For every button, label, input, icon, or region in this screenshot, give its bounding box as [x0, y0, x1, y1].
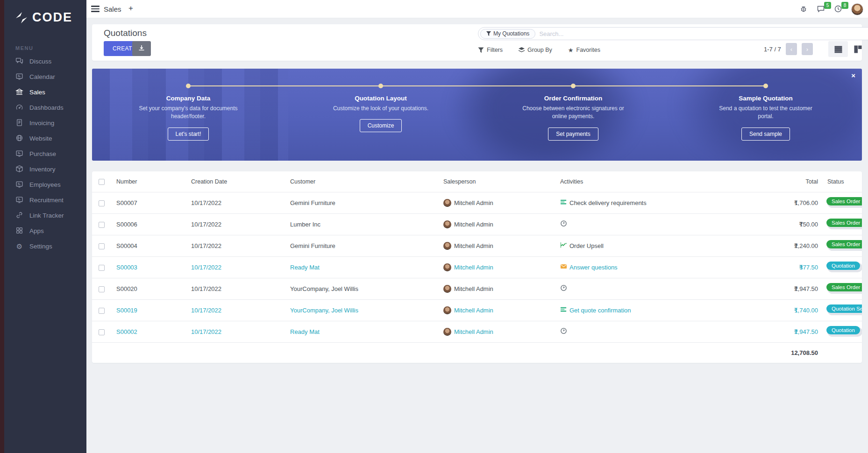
- new-tab-button[interactable]: +: [128, 4, 133, 13]
- row-checkbox[interactable]: [99, 200, 105, 206]
- current-app-title[interactable]: Sales: [104, 5, 121, 13]
- sidebar-item-inventory[interactable]: Inventory: [4, 162, 86, 177]
- pager-next-button[interactable]: ›: [802, 43, 813, 55]
- sidebar-item-calendar[interactable]: Calendar: [4, 69, 86, 85]
- cell-salesperson[interactable]: Mitchell Admin: [438, 256, 555, 278]
- menu-toggle-icon[interactable]: [91, 6, 100, 12]
- sidebar-item-link-tracker[interactable]: Link Tracker: [4, 208, 86, 223]
- select-all-checkbox[interactable]: [99, 179, 105, 185]
- column-header-number[interactable]: Number: [111, 171, 185, 192]
- cell-activities[interactable]: Get quote confirmation: [555, 299, 718, 321]
- export-download-button[interactable]: [132, 41, 151, 56]
- cell-activities[interactable]: Answer questions: [555, 256, 718, 278]
- step-action-button[interactable]: Let's start!: [168, 127, 209, 141]
- debug-bug-icon[interactable]: [799, 5, 809, 14]
- table-row[interactable]: S00002 10/17/2022 Ready Mat Mitchell Adm…: [92, 321, 862, 342]
- cell-customer[interactable]: Lumber Inc: [285, 213, 438, 235]
- column-header-activities[interactable]: Activities: [555, 171, 718, 192]
- brand-logo[interactable]: CODE: [4, 0, 86, 25]
- search-bar[interactable]: My Quotations Search... x: [478, 27, 868, 40]
- table-row[interactable]: S00020 10/17/2022 YourCompany, Joel Will…: [92, 278, 862, 299]
- cell-number[interactable]: S00020: [111, 278, 185, 299]
- column-header-status[interactable]: Status: [822, 171, 862, 192]
- groupby-button[interactable]: Group By: [519, 47, 552, 53]
- cell-salesperson[interactable]: Mitchell Admin: [438, 278, 555, 299]
- cell-customer[interactable]: YourCompany, Joel Willis: [285, 299, 438, 321]
- column-header-customer[interactable]: Customer: [285, 171, 438, 192]
- column-header-creation-date[interactable]: Creation Date: [185, 171, 285, 192]
- cell-salesperson[interactable]: Mitchell Admin: [438, 299, 555, 321]
- cell-creation-date[interactable]: 10/17/2022: [185, 235, 285, 256]
- banner-close-icon[interactable]: ×: [851, 71, 855, 79]
- row-checkbox[interactable]: [99, 222, 105, 228]
- step-action-button[interactable]: Customize: [360, 119, 402, 132]
- sidebar-item-employees[interactable]: Employees: [4, 177, 86, 192]
- cell-creation-date[interactable]: 10/17/2022: [185, 278, 285, 299]
- cell-number[interactable]: S00003: [111, 256, 185, 278]
- cell-activities[interactable]: Check delivery requirements: [555, 192, 718, 213]
- cell-total[interactable]: ₹377.50: [718, 256, 822, 278]
- cell-activities[interactable]: [555, 213, 718, 235]
- cell-creation-date[interactable]: 10/17/2022: [185, 192, 285, 213]
- table-row[interactable]: S00004 10/17/2022 Gemini Furniture Mitch…: [92, 235, 862, 256]
- sidebar-item-settings[interactable]: ⚙ Settings: [4, 239, 86, 254]
- cell-creation-date[interactable]: 10/17/2022: [185, 256, 285, 278]
- step-action-button[interactable]: Send sample: [741, 127, 790, 141]
- cell-salesperson[interactable]: Mitchell Admin: [438, 192, 555, 213]
- cell-creation-date[interactable]: 10/17/2022: [185, 321, 285, 342]
- cell-activities[interactable]: [555, 321, 718, 342]
- cell-number[interactable]: S00019: [111, 299, 185, 321]
- cell-customer[interactable]: Gemini Furniture: [285, 192, 438, 213]
- sidebar-item-sales[interactable]: Sales: [4, 85, 86, 100]
- sidebar-item-dashboards[interactable]: Dashboards: [4, 100, 86, 115]
- table-row[interactable]: S00019 10/17/2022 YourCompany, Joel Will…: [92, 299, 862, 321]
- cell-activities[interactable]: Order Upsell: [555, 235, 718, 256]
- activities-clock-icon[interactable]: 8: [834, 5, 843, 14]
- cell-total[interactable]: ₹1,706.00: [718, 192, 822, 213]
- column-header-total[interactable]: Total: [718, 171, 822, 192]
- row-checkbox[interactable]: [99, 243, 105, 249]
- user-avatar[interactable]: [851, 3, 863, 15]
- table-row[interactable]: S00003 10/17/2022 Ready Mat Mitchell Adm…: [92, 256, 862, 278]
- sidebar-item-website[interactable]: Website: [4, 131, 86, 146]
- cell-customer[interactable]: Ready Mat: [285, 256, 438, 278]
- row-checkbox[interactable]: [99, 329, 105, 335]
- cell-salesperson[interactable]: Mitchell Admin: [438, 235, 555, 256]
- kanban-view-button[interactable]: [848, 41, 868, 57]
- cell-number[interactable]: S00004: [111, 235, 185, 256]
- step-action-button[interactable]: Set payments: [548, 127, 598, 141]
- sidebar-item-invoicing[interactable]: Invoicing: [4, 115, 86, 131]
- cell-customer[interactable]: Ready Mat: [285, 321, 438, 342]
- messages-icon[interactable]: 5: [817, 5, 826, 14]
- filters-button[interactable]: Filters: [478, 47, 503, 53]
- row-checkbox[interactable]: [99, 265, 105, 271]
- search-facet-chip[interactable]: My Quotations: [480, 29, 535, 39]
- cell-total[interactable]: ₹2,947.50: [718, 278, 822, 299]
- cell-number[interactable]: S00007: [111, 192, 185, 213]
- sidebar-item-recruitment[interactable]: Recruitment: [4, 192, 86, 208]
- table-row[interactable]: S00007 10/17/2022 Gemini Furniture Mitch…: [92, 192, 862, 213]
- cell-creation-date[interactable]: 10/17/2022: [185, 299, 285, 321]
- cell-number[interactable]: S00002: [111, 321, 185, 342]
- cell-salesperson[interactable]: Mitchell Admin: [438, 213, 555, 235]
- row-checkbox[interactable]: [99, 308, 105, 314]
- favorites-button[interactable]: ★ Favorites: [568, 47, 600, 54]
- cell-customer[interactable]: YourCompany, Joel Willis: [285, 278, 438, 299]
- cell-creation-date[interactable]: 10/17/2022: [185, 213, 285, 235]
- pager-previous-button[interactable]: ‹: [786, 43, 797, 55]
- cell-salesperson[interactable]: Mitchell Admin: [438, 321, 555, 342]
- list-view-button[interactable]: [828, 41, 848, 57]
- cell-number[interactable]: S00006: [111, 213, 185, 235]
- cell-total[interactable]: ₹2,947.50: [718, 321, 822, 342]
- cell-activities[interactable]: [555, 278, 718, 299]
- sidebar-item-purchase[interactable]: Purchase: [4, 146, 86, 162]
- cell-total[interactable]: ₹1,740.00: [718, 299, 822, 321]
- row-checkbox[interactable]: [99, 286, 105, 292]
- sidebar-item-discuss[interactable]: Discuss: [4, 54, 86, 69]
- table-row[interactable]: S00006 10/17/2022 Lumber Inc Mitchell Ad…: [92, 213, 862, 235]
- cell-total[interactable]: ₹750.00: [718, 213, 822, 235]
- cell-total[interactable]: ₹2,240.00: [718, 235, 822, 256]
- column-header-salesperson[interactable]: Salesperson: [438, 171, 555, 192]
- sidebar-item-apps[interactable]: Apps: [4, 223, 86, 239]
- cell-customer[interactable]: Gemini Furniture: [285, 235, 438, 256]
